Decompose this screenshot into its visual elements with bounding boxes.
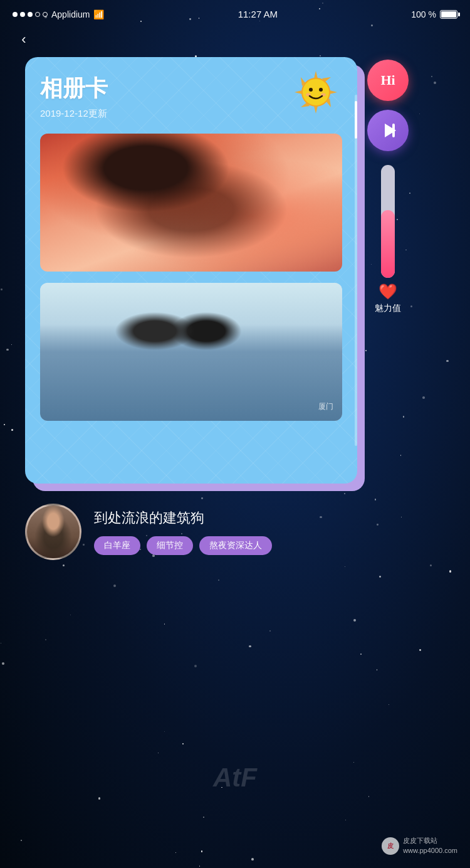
status-right: 100 % [411,9,457,19]
couple-figure [40,283,342,421]
card-scroll-bar[interactable] [355,95,357,446]
main-content: 相册卡 2019-12-12更新 厦门 [0,51,470,484]
battery-icon [440,10,457,19]
play-button[interactable] [367,110,409,151]
photo-2: 厦门 [40,283,342,421]
slider-fill [381,210,395,278]
atf-text: AtF [213,763,257,793]
watermark-logo: 皮 [382,837,399,855]
card-stack: 相册卡 2019-12-12更新 厦门 [25,57,357,484]
dot1 [13,12,18,17]
status-left: Applidium 📶 [13,9,104,19]
card-main[interactable]: 相册卡 2019-12-12更新 厦门 [25,57,357,484]
dot3 [28,12,33,17]
dot4 [35,12,40,17]
svg-rect-14 [392,124,395,137]
carrier-name: Applidium [51,9,90,19]
watermark-url: www.pp4000.com [403,846,457,855]
watermark-text: 皮皮下载站 www.pp4000.com [403,836,457,855]
photo-1 [40,134,342,272]
battery-percent: 100 % [411,9,436,19]
svg-marker-3 [330,90,337,94]
battery-fill [441,11,456,18]
play-icon [379,121,397,140]
svg-point-10 [319,88,323,92]
photo-1-container [40,134,342,272]
svg-marker-0 [314,71,318,78]
right-panel: Hi ❤️ 魅力值 [367,57,409,314]
photo-2-container: 厦门 [40,283,342,421]
tag-3[interactable]: 熬夜资深达人 [199,536,272,555]
user-name: 到处流浪的建筑狗 [94,509,445,527]
svg-marker-1 [314,106,318,114]
svg-marker-2 [295,90,302,94]
dot5 [43,12,48,17]
user-tags: 白羊座 细节控 熬夜资深达人 [94,536,445,555]
user-section: 到处流浪的建筑狗 白羊座 细节控 熬夜资深达人 [0,484,470,560]
svg-point-9 [309,88,313,92]
watermark-site: 皮皮下载站 [403,836,457,845]
watermark: 皮 皮皮下载站 www.pp4000.com [382,836,457,855]
charm-label: 魅力值 [375,303,401,314]
slider-track [381,165,395,278]
tag-1[interactable]: 白羊座 [94,536,140,555]
user-info: 到处流浪的建筑狗 白羊座 细节控 熬夜资深达人 [94,509,445,555]
girl-figure [40,134,342,272]
card-scroll-thumb [355,101,357,139]
tag-2[interactable]: 细节控 [147,536,193,555]
status-bar: Applidium 📶 11:27 AM 100 % [0,0,470,23]
heart-icon: ❤️ [379,283,397,300]
hi-button[interactable]: Hi [367,60,409,101]
photo-1-content [40,134,342,272]
photo-2-content [40,283,342,421]
status-time: 11:27 AM [238,9,278,19]
signal-dots [13,12,48,17]
dot2 [20,12,25,17]
photo-2-location: 厦门 [318,401,333,412]
sun-icon [293,70,338,115]
svg-point-8 [302,78,330,106]
user-avatar[interactable] [25,504,81,560]
wifi-icon: 📶 [93,9,104,19]
charm-slider[interactable]: ❤️ 魅力值 [375,165,401,314]
back-button[interactable]: ‹ [13,28,35,51]
avatar-image [27,505,80,558]
